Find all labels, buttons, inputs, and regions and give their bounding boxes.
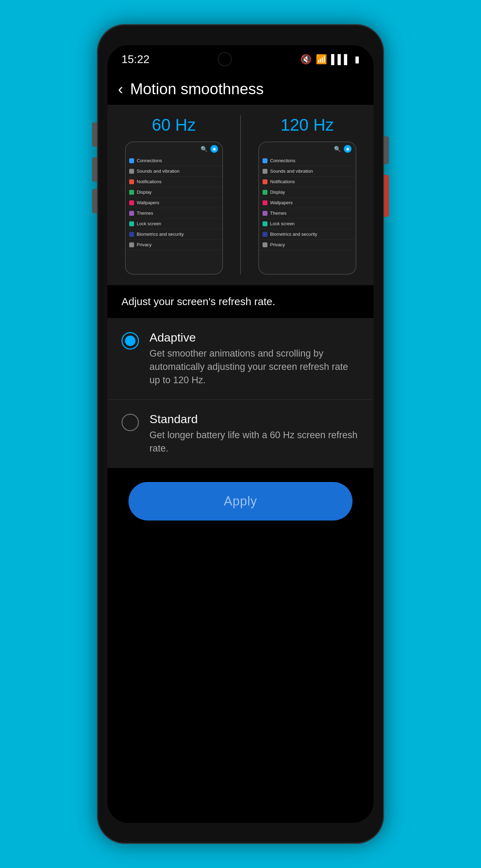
hz-60-label: 60 Hz — [152, 115, 196, 135]
page-header: ‹ Motion smoothness — [107, 73, 374, 105]
volume-down-button[interactable] — [92, 157, 97, 182]
list-item: Connections — [259, 156, 356, 166]
mockup-avatar-2: ◉ — [344, 145, 351, 153]
mockup-avatar: ◉ — [210, 145, 218, 153]
bottom-space — [107, 535, 374, 823]
description-text: Adjust your screen's refresh rate. — [121, 296, 360, 308]
battery-icon: ▮ — [355, 54, 360, 65]
status-icons: 🔇 📶 ▌▌▌ ▮ — [300, 54, 360, 65]
mockup-60-list: Connections Sounds and vibration Notific… — [126, 156, 222, 250]
mute-icon: 🔇 — [300, 54, 312, 65]
apply-section: Apply — [107, 468, 374, 535]
mockup-search-icon-2: 🔍 — [334, 146, 341, 152]
list-item: Wallpapers — [259, 198, 356, 208]
refresh-description: Adjust your screen's refresh rate. — [107, 285, 374, 315]
options-section: Adaptive Get smoother animations and scr… — [107, 318, 374, 468]
wifi-icon: 📶 — [316, 54, 327, 65]
list-item: Connections — [126, 156, 222, 166]
standard-title: Standard — [149, 412, 360, 426]
list-item: Display — [259, 187, 356, 198]
adaptive-radio[interactable] — [121, 332, 139, 350]
adaptive-option[interactable]: Adaptive Get smoother animations and scr… — [107, 318, 374, 400]
phone-device: 15:22 🔇 📶 ▌▌▌ ▮ ‹ Motion smoothness 60 H… — [97, 24, 384, 844]
mockup-60-topbar: 🔍 ◉ — [126, 142, 222, 156]
page-content: ‹ Motion smoothness 60 Hz 🔍 ◉ Connection… — [107, 73, 374, 823]
signal-icon: ▌▌▌ — [331, 54, 350, 65]
back-button[interactable]: ‹ — [118, 80, 123, 98]
list-item: Notifications — [259, 177, 356, 187]
mockup-60hz: 🔍 ◉ Connections Sounds and vibration Not… — [125, 142, 223, 275]
standard-text: Standard Get longer battery life with a … — [149, 412, 360, 455]
list-item: Privacy — [259, 240, 356, 250]
adaptive-text: Adaptive Get smoother animations and scr… — [149, 331, 360, 387]
camera-button[interactable] — [384, 175, 389, 217]
volume-up-button[interactable] — [92, 122, 97, 147]
mockup-120-topbar: 🔍 ◉ — [259, 142, 356, 156]
power-button[interactable] — [384, 136, 389, 164]
adaptive-title: Adaptive — [149, 331, 360, 344]
phone-screen: 15:22 🔇 📶 ▌▌▌ ▮ ‹ Motion smoothness 60 H… — [107, 45, 374, 823]
list-item: Privacy — [126, 240, 222, 250]
apply-button[interactable]: Apply — [128, 482, 353, 521]
hz-60-option: 60 Hz 🔍 ◉ Connections Sounds and vibrati… — [114, 115, 233, 275]
mockup-search-icon: 🔍 — [201, 146, 208, 152]
bixby-button[interactable] — [92, 189, 97, 213]
mockup-120-list: Connections Sounds and vibration Notific… — [259, 156, 356, 250]
list-item: Themes — [126, 208, 222, 219]
standard-desc: Get longer battery life with a 60 Hz scr… — [149, 429, 360, 455]
list-item: Sounds and vibration — [126, 166, 222, 177]
list-item: Display — [126, 187, 222, 198]
adaptive-desc: Get smoother animations and scrolling by… — [149, 347, 360, 387]
page-title: Motion smoothness — [130, 80, 264, 98]
hz-120-option: 120 Hz 🔍 ◉ Connections Sounds and vibrat… — [248, 115, 367, 275]
mockup-120hz: 🔍 ◉ Connections Sounds and vibration Not… — [258, 142, 356, 275]
standard-radio[interactable] — [121, 414, 139, 431]
list-item: Biometrics and security — [259, 229, 356, 240]
camera-notch — [218, 52, 232, 66]
standard-option[interactable]: Standard Get longer battery life with a … — [107, 400, 374, 468]
list-item: Themes — [259, 208, 356, 219]
list-item: Lock screen — [126, 219, 222, 229]
list-item: Notifications — [126, 177, 222, 187]
hz-comparison-section: 60 Hz 🔍 ◉ Connections Sounds and vibrati… — [107, 105, 374, 285]
list-item: Biometrics and security — [126, 229, 222, 240]
list-item: Sounds and vibration — [259, 166, 356, 177]
status-time: 15:22 — [121, 53, 149, 66]
list-item: Wallpapers — [126, 198, 222, 208]
hz-120-label: 120 Hz — [280, 115, 334, 135]
status-bar: 15:22 🔇 📶 ▌▌▌ ▮ — [107, 45, 374, 73]
hz-divider — [240, 115, 241, 275]
list-item: Lock screen — [259, 219, 356, 229]
